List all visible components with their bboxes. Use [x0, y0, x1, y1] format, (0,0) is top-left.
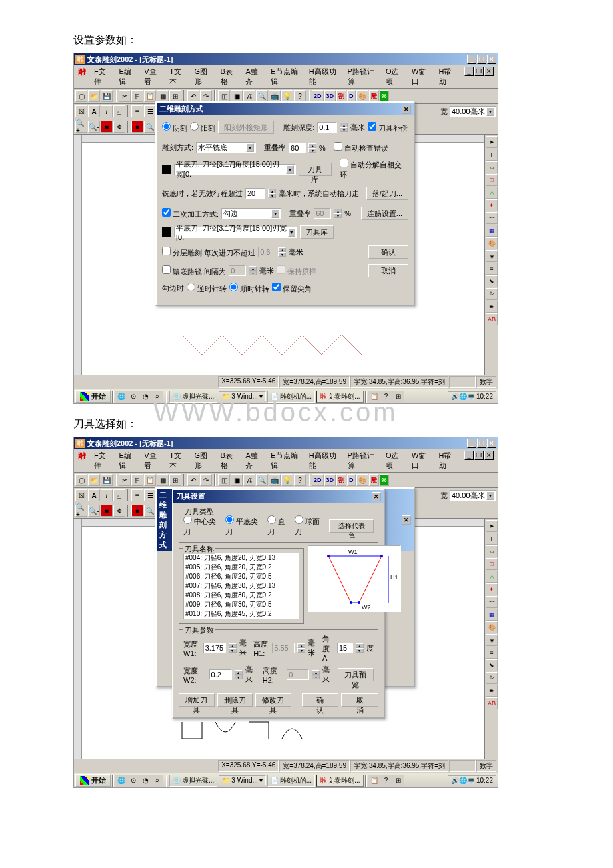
- type-center-radio[interactable]: 中心尖刀: [183, 515, 223, 537]
- save-icon[interactable]: 💾: [101, 90, 113, 102]
- paste-icon-2[interactable]: 📋: [144, 474, 156, 486]
- cancel-button[interactable]: 取消: [368, 264, 408, 277]
- menu-align-2[interactable]: A整齐: [245, 451, 263, 471]
- overlap-input[interactable]: [289, 143, 306, 153]
- curve-icon-2[interactable]: 〰: [486, 596, 498, 608]
- zoom-out-icon-2[interactable]: 🔍-: [88, 505, 100, 517]
- mill-input[interactable]: [245, 188, 265, 199]
- depth-input[interactable]: [317, 122, 337, 133]
- menu-align[interactable]: A整齐: [245, 67, 263, 87]
- open-icon[interactable]: 📂: [88, 90, 100, 102]
- menu-window[interactable]: W窗口: [412, 67, 431, 87]
- type-ball-radio[interactable]: 球面刀: [295, 515, 326, 537]
- width-dropdown[interactable]: 40.00毫米▼: [450, 106, 496, 117]
- cut-icon-2[interactable]: ✂: [119, 474, 131, 486]
- close-button[interactable]: ✕: [487, 55, 496, 64]
- curve-icon[interactable]: 〰: [486, 212, 498, 224]
- tool-a-icon[interactable]: ◫: [218, 90, 230, 102]
- autosplit-check[interactable]: 自动分解自相交环: [340, 159, 408, 180]
- undo-icon[interactable]: ↶: [187, 90, 199, 102]
- copy-icon-2[interactable]: ⎘: [131, 474, 143, 486]
- menu-file-2[interactable]: F文件: [94, 451, 111, 471]
- align-left-icon-2[interactable]: ≡: [131, 489, 143, 501]
- print-icon-2[interactable]: 🖨: [243, 474, 255, 486]
- task-2b[interactable]: 📁3 Wind... ▾: [219, 775, 265, 785]
- ccw-radio[interactable]: 逆时针转: [187, 283, 227, 294]
- menu-path[interactable]: P路径计算: [348, 67, 378, 87]
- 3d-button-2[interactable]: 3D: [324, 474, 336, 486]
- text-icon[interactable]: T: [486, 149, 498, 161]
- quick3-icon[interactable]: ◔: [139, 391, 151, 403]
- quick3-icon-2[interactable]: ◔: [139, 775, 151, 787]
- systray[interactable]: 🔊🌐💻 10:22: [448, 391, 496, 401]
- systray-2[interactable]: 🔊🌐💻 10:22: [448, 775, 496, 785]
- undo-icon-2[interactable]: ↶: [187, 474, 199, 486]
- corner-icon-2[interactable]: ⬊: [486, 659, 498, 671]
- menu-edit-2[interactable]: E编辑: [119, 451, 136, 471]
- star-icon[interactable]: ✦: [486, 199, 498, 211]
- angle-input[interactable]: [337, 643, 353, 653]
- lines-icon-2[interactable]: ≡: [486, 647, 498, 659]
- zoom-in-icon-2[interactable]: 🔍+: [75, 505, 87, 517]
- minimize-button-2[interactable]: _: [467, 439, 476, 448]
- help-icon-2[interactable]: ?: [294, 474, 306, 486]
- secondary-dropdown[interactable]: 勾边▼: [221, 208, 281, 219]
- help-icon[interactable]: ?: [294, 90, 306, 102]
- quick2-icon-2[interactable]: ⊙: [127, 775, 139, 787]
- tendon-button[interactable]: 连筋设置...: [361, 207, 408, 220]
- menu-text-2[interactable]: T文本: [169, 451, 186, 471]
- tool-ok-button[interactable]: 确认: [302, 693, 339, 707]
- underline-icon[interactable]: ⎁: [113, 105, 125, 117]
- task-4b[interactable]: 雕文泰雕刻...: [316, 775, 363, 787]
- cw-radio[interactable]: 顺时针转: [229, 283, 269, 294]
- menu-help-2[interactable]: H帮助: [439, 451, 456, 471]
- star-icon-2[interactable]: ✦: [486, 583, 498, 595]
- tool-b-icon[interactable]: ▣: [231, 90, 243, 102]
- italic-icon-2[interactable]: I: [101, 489, 113, 501]
- del-tool-button[interactable]: 删除刀具: [217, 693, 253, 707]
- start-button-2[interactable]: 开始: [75, 774, 111, 787]
- menu-node-2[interactable]: E节点编辑: [271, 451, 301, 471]
- menu-graphic[interactable]: G图形: [195, 67, 213, 87]
- save-icon-2[interactable]: 💾: [101, 474, 113, 486]
- paste-icon[interactable]: 📋: [144, 90, 156, 102]
- canvas-2[interactable]: 二维雕刻方式✕ 刀具设置 ✕ 刀具类型 中心尖刀 平底尖刀 直刀 球面: [82, 519, 484, 759]
- task-1b[interactable]: 💿虚拟光碟...: [169, 775, 217, 787]
- underline-icon-2[interactable]: ⎁: [113, 489, 125, 501]
- zoom-in-icon[interactable]: 🔍+: [75, 121, 87, 133]
- maximize-button-2[interactable]: ❐: [477, 439, 486, 448]
- print-icon[interactable]: 🖨: [243, 90, 255, 102]
- mdi-restore[interactable]: ❐: [474, 67, 484, 76]
- tool-listbox[interactable]: #004: 刀径6, 角度20, 刃宽0.13#005: 刀径6, 角度20, …: [183, 553, 299, 619]
- table-icon[interactable]: ▦: [486, 225, 498, 237]
- rect-icon-2[interactable]: □: [486, 558, 498, 570]
- pct-button[interactable]: %: [380, 90, 389, 102]
- start-button[interactable]: 开始: [75, 390, 111, 403]
- yang-radio[interactable]: 阳刻: [190, 122, 215, 133]
- export-icon[interactable]: ➽: [486, 301, 498, 313]
- zoom-fit-icon[interactable]: 🔍: [144, 121, 156, 133]
- mdi-close-2[interactable]: ✕: [484, 451, 494, 460]
- redo-icon-2[interactable]: ↷: [200, 474, 212, 486]
- 3d-button[interactable]: 3D: [324, 90, 336, 102]
- 2d-button-2[interactable]: 2D: [312, 474, 324, 486]
- tray2-icon-2[interactable]: ?: [380, 775, 392, 787]
- preview-icon[interactable]: 🔍: [256, 90, 268, 102]
- carve-button-2[interactable]: 雕: [369, 474, 379, 486]
- menu-advanced[interactable]: H高级功能: [309, 67, 340, 87]
- menu-view[interactable]: V查看: [144, 67, 161, 87]
- tool2-color[interactable]: [162, 227, 171, 237]
- pct-button-2[interactable]: %: [380, 474, 389, 486]
- menu-option[interactable]: O选项: [386, 67, 404, 87]
- bulb-icon-2[interactable]: 💡: [281, 474, 293, 486]
- tri-icon[interactable]: △: [486, 187, 498, 199]
- flag-icon-2[interactable]: 🏳: [486, 672, 498, 684]
- align-center-icon-2[interactable]: ☰: [144, 489, 156, 501]
- mdi-minimize-2[interactable]: _: [464, 451, 474, 460]
- tool-dropdown[interactable]: 平底刀: 刀径[3.17]角度[15.00]刃宽[0.▼: [174, 164, 296, 175]
- drop-button[interactable]: 落/起刀...: [366, 187, 408, 200]
- maximize-button[interactable]: ❐: [477, 55, 486, 64]
- rect-icon[interactable]: □: [486, 174, 498, 186]
- dialog-tool-close-icon[interactable]: ✕: [372, 492, 381, 501]
- menu-graphic-2[interactable]: G图形: [195, 451, 213, 471]
